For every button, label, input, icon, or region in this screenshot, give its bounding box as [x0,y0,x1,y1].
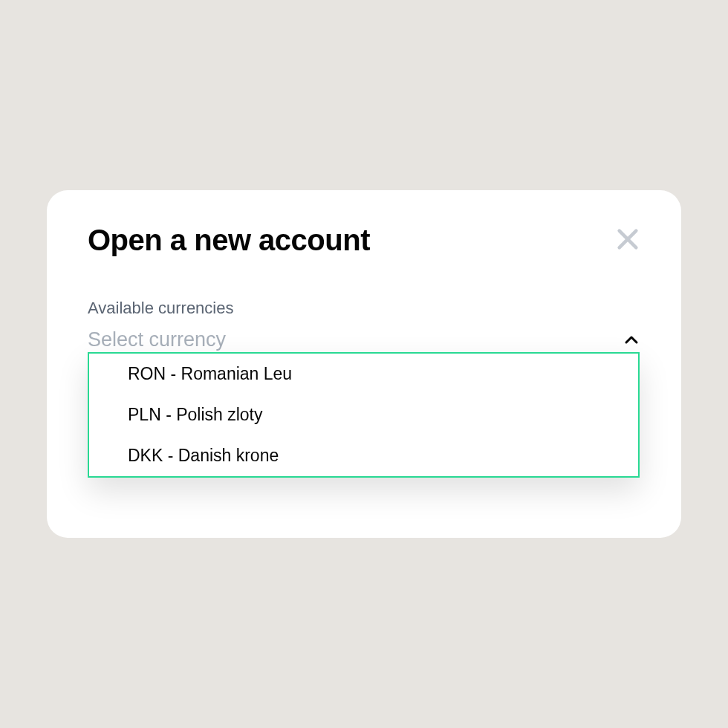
currency-option-dkk[interactable]: DKK - Danish krone [89,435,638,476]
chevron-up-icon [623,331,640,349]
close-icon [615,227,640,252]
currency-select[interactable]: Select currency [88,328,640,351]
modal-header: Open a new account [88,224,640,257]
close-button[interactable] [615,227,640,252]
currency-option-ron[interactable]: RON - Romanian Leu [89,354,638,394]
currency-field-label: Available currencies [88,299,640,318]
modal-title: Open a new account [88,224,370,257]
currency-option-pln[interactable]: PLN - Polish zloty [89,394,638,435]
currency-field: Available currencies Select currency [88,299,640,351]
currency-dropdown: RON - Romanian Leu PLN - Polish zloty DK… [88,352,640,478]
currency-select-placeholder: Select currency [88,328,226,351]
